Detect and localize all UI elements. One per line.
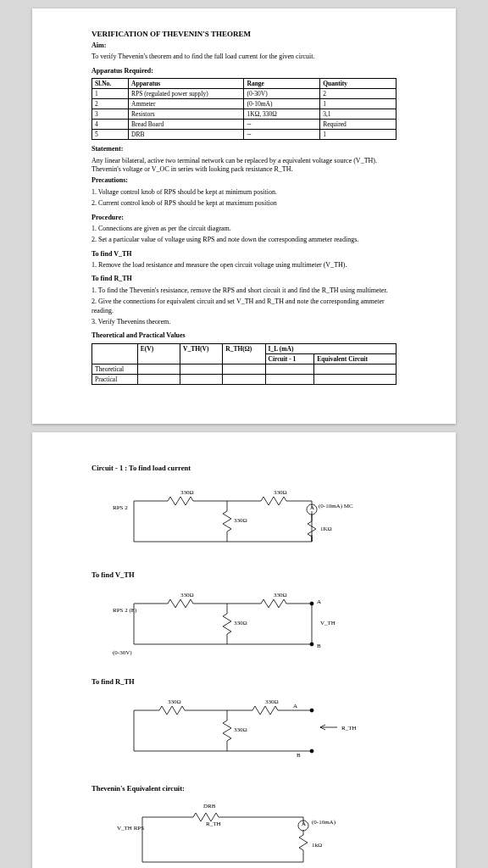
node-b: B: [297, 752, 301, 759]
td: 1: [320, 99, 396, 109]
table-row: 5DRB--1: [92, 130, 396, 140]
r-label: 330Ω: [234, 726, 247, 733]
td: (0-10mA): [244, 99, 320, 109]
r-label: 1kΩ: [312, 842, 322, 849]
vth-label: V_TH: [320, 620, 336, 626]
ammeter-icon: A: [302, 821, 306, 827]
td: [223, 364, 265, 374]
td: Theoretical: [92, 364, 138, 374]
td: 3: [92, 109, 129, 120]
apparatus-heading: Apparatus Required:: [92, 67, 396, 75]
td: [265, 374, 314, 384]
node-a: A: [293, 703, 297, 709]
table-row: 4Bread Board--Required: [92, 120, 396, 130]
td: [265, 364, 314, 374]
th: Equivalent Circuit: [314, 353, 396, 364]
td: 1KΩ, 330Ω: [244, 109, 320, 120]
th: Quantity: [320, 79, 396, 89]
td: (0-30V): [244, 89, 320, 99]
th: Sl.No.: [92, 79, 129, 89]
rps-label: RPS 2: [113, 504, 128, 511]
r-label: 330Ω: [274, 489, 287, 496]
td: 3,1: [320, 109, 396, 120]
table-row: 3Resistors1KΩ, 330Ω3,1: [92, 109, 396, 120]
procedure-heading: Procedure:: [92, 214, 396, 222]
svg-point-0: [310, 602, 313, 605]
precaution-1: 1. Voltage control knob of RPS should be…: [92, 188, 396, 197]
td: 1: [92, 89, 129, 99]
td: Ammeter: [129, 99, 244, 109]
table-row: 1RPS (regulated power supply)(0-30V)2: [92, 89, 396, 99]
find-rth-3: 3. Verify Thevenins theorem.: [92, 318, 396, 326]
th: Range: [244, 79, 320, 89]
r-label: 1KΩ: [320, 526, 332, 532]
td: [314, 374, 396, 384]
vth-rps-label: V_TH RPS: [117, 825, 144, 832]
procedure-2: 2. Set a particular value of voltage usi…: [92, 236, 396, 244]
aim-text: To verify Thevenin's theorem and to find…: [92, 53, 396, 61]
table-row: Theoretical: [92, 364, 396, 374]
drb-label: DRB: [203, 803, 216, 810]
diagram-find-rth: 330Ω 330Ω 330Ω A B R_TH: [108, 689, 380, 774]
rth-label: R_TH: [341, 725, 357, 732]
r-label: 330Ω: [168, 698, 181, 705]
diagram-equiv-circuit: DRB R_TH V_TH RPS (0-30V) (0-10mA) A 1kΩ: [108, 796, 380, 868]
statement-heading: Statement:: [92, 145, 396, 153]
td: RPS (regulated power supply): [129, 89, 244, 99]
td: [180, 374, 223, 384]
td: Practical: [92, 374, 138, 384]
diagram-find-vth: 330Ω 330Ω 330Ω RPS 2 (E) (0-30V) A B V_T…: [108, 582, 380, 667]
th: Circuit - 1: [265, 353, 314, 364]
find-rth-1: 1. To find the Thevenin's resistance, re…: [92, 287, 396, 295]
td: [137, 364, 180, 374]
diagram-3-title: To find R_TH: [92, 677, 396, 686]
find-rth-2: 2. Give the connections for equivalent c…: [92, 298, 396, 315]
r-label: 330Ω: [234, 620, 247, 626]
ammeter-label: (0-10mA): [312, 819, 336, 826]
table-header: E(V) V_TH(V) R_TH(Ω) I_L (mA): [92, 343, 396, 353]
find-vth-heading: To find V_TH: [92, 250, 396, 259]
th: V_TH(V): [180, 343, 223, 364]
td: [180, 364, 223, 374]
td: 4: [92, 120, 129, 130]
table-row: 2Ammeter(0-10mA)1: [92, 99, 396, 109]
th: R_TH(Ω): [223, 343, 265, 364]
svg-point-3: [310, 749, 313, 753]
td: 2: [92, 99, 129, 109]
range-label: (0-30V): [113, 649, 132, 656]
diagram-1-title: Circuit - 1 : To find load current: [92, 464, 396, 472]
td: Resistors: [129, 109, 244, 120]
th: Apparatus: [129, 79, 244, 89]
diagram-2-title: To find V_TH: [92, 570, 396, 579]
td: DRB: [129, 130, 244, 140]
page-2: Circuit - 1 : To find load current 330Ω …: [32, 432, 456, 868]
doc-title: VERIFICATION OF THEVENIN'S THEOREM: [92, 30, 396, 38]
find-rth-heading: To find R_TH: [92, 275, 396, 283]
td: --: [244, 130, 320, 140]
aim-heading: Aim:: [92, 42, 396, 50]
td: --: [244, 120, 320, 130]
td: 5: [92, 130, 129, 140]
svg-point-2: [310, 709, 313, 712]
diagram-circuit-1: 330Ω 330Ω 330Ω 1KΩ RPS 2 (0-10mA) MC A: [108, 476, 380, 560]
rps-label: RPS 2 (E): [113, 607, 137, 614]
precautions-heading: Precautions:: [92, 176, 396, 185]
node-b: B: [317, 643, 321, 649]
td: [137, 374, 180, 384]
table-row: Practical: [92, 374, 396, 384]
td: Required: [320, 120, 396, 130]
find-vth-1: 1. Remove the load resistance and measur…: [92, 261, 396, 270]
th: I_L (mA): [265, 343, 396, 353]
td: 1: [320, 130, 396, 140]
r-label: 330Ω: [234, 517, 247, 524]
diagram-4-title: Thevenin's Equivalent circuit:: [92, 784, 396, 793]
r-label: 330Ω: [274, 592, 287, 598]
th: E(V): [137, 343, 180, 364]
td: [223, 374, 265, 384]
table-header: Sl.No. Apparatus Range Quantity: [92, 79, 396, 89]
r-label: 330Ω: [265, 698, 279, 705]
rth-label: R_TH: [206, 821, 221, 827]
td: Bread Board: [129, 120, 244, 130]
apparatus-table: Sl.No. Apparatus Range Quantity 1RPS (re…: [92, 78, 396, 140]
th: [92, 343, 138, 364]
